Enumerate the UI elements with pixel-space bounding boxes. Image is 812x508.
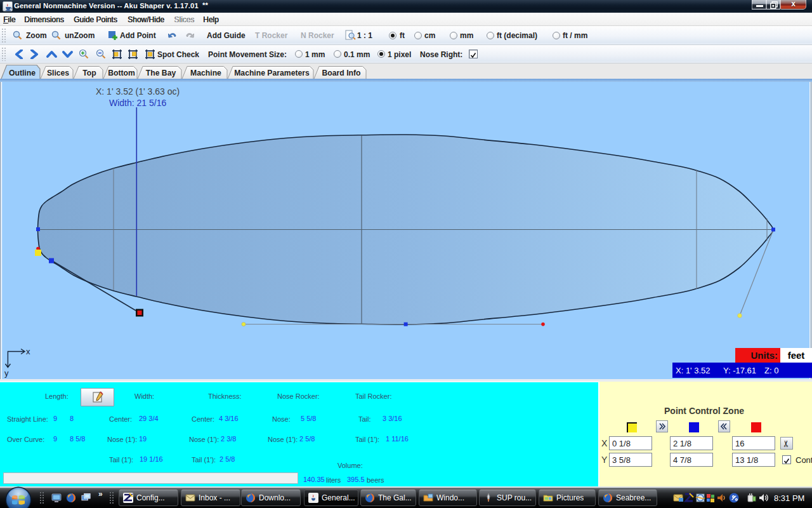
svg-text:X: 1' 3.52 (1' 3.63 oc): X: 1' 3.52 (1' 3.63 oc) <box>96 86 180 97</box>
svg-text:x: x <box>26 347 30 356</box>
svg-text:Machine: Machine <box>190 69 221 77</box>
svg-text:Machine Parameters: Machine Parameters <box>234 69 310 77</box>
svg-text:Top: Top <box>82 69 96 77</box>
svg-text:Board Info: Board Info <box>322 69 361 77</box>
svg-text:Bottom: Bottom <box>108 69 135 77</box>
svg-text:The Bay: The Bay <box>146 69 176 77</box>
svg-text:Width: 21 5/16: Width: 21 5/16 <box>109 98 166 108</box>
svg-text:Outline: Outline <box>9 69 36 77</box>
svg-text:y: y <box>4 368 9 378</box>
svg-text:Slices: Slices <box>47 69 69 77</box>
